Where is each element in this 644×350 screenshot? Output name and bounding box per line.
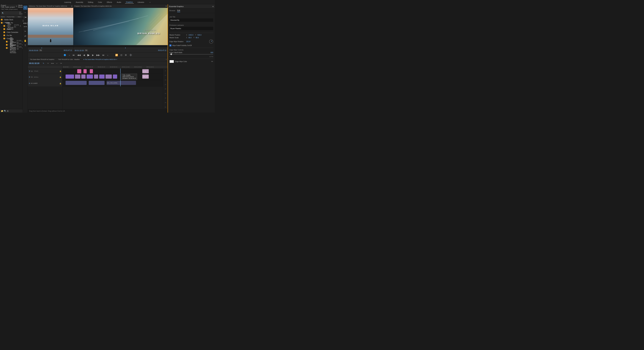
track-eye-bcamer[interactable]: 👁 — [29, 82, 30, 84]
broll-clip-2[interactable] — [75, 74, 80, 78]
track-content-titles[interactable]: 01_Titl... — [62, 68, 168, 74]
nav-assembly[interactable]: Assembly — [75, 1, 84, 4]
broll-clip-6[interactable] — [99, 74, 104, 78]
edit-color-icon[interactable]: ✏ — [211, 60, 213, 63]
razor-tool-button[interactable]: ✂ — [23, 29, 27, 33]
broll-clip-c006[interactable]: C006_C0... — [142, 74, 148, 78]
add-to-timeline-button[interactable]: ➕ — [129, 54, 133, 56]
bcamer-clip-2[interactable] — [89, 81, 104, 85]
eg-edit-tab[interactable]: Edit — [177, 10, 180, 12]
edge-wipe-color-swatch[interactable] — [170, 60, 174, 63]
project-menu-icon[interactable]: ≡ — [16, 5, 17, 7]
broll-clip-3[interactable] — [81, 74, 86, 78]
rolling-tool[interactable]: ✂ — [60, 62, 63, 65]
list-item[interactable]: › For Mix — [0, 34, 23, 37]
rewind-button[interactable]: ◀◀ — [76, 54, 81, 56]
safe-margins-button[interactable]: ⊡ — [120, 54, 123, 56]
job-title-input[interactable] — [170, 18, 213, 22]
nav-more-icon[interactable]: » — [148, 1, 152, 4]
nav-color[interactable]: Color — [97, 1, 103, 4]
rate-stretch-tool-button[interactable]: ⟺ — [23, 24, 27, 28]
clip-3[interactable] — [90, 69, 93, 73]
add-edit-tool[interactable]: + — [46, 62, 50, 65]
selection-tool-button[interactable]: ↖ — [23, 6, 27, 10]
eg-menu-icon[interactable]: ≡ — [212, 6, 214, 8]
timeline-tab-3-menu[interactable]: ≡ — [116, 59, 117, 60]
rotation-dial[interactable] — [209, 40, 213, 44]
settings-button[interactable]: ⚙ — [124, 54, 128, 56]
program-timecode[interactable]: 00:01:32:20 — [75, 50, 84, 52]
program-menu-icon[interactable]: ≡ — [166, 5, 167, 7]
bcamer-clip-3[interactable]: A001_C004_0215N4... — [106, 81, 136, 85]
nav-audio[interactable]: Audio — [116, 1, 122, 4]
timeline-tab-2[interactable]: TSB TRAILER for Color - Meadow — [57, 58, 81, 60]
nav-effects[interactable]: Effects — [106, 1, 113, 4]
nav-learning[interactable]: Learning — [63, 1, 72, 4]
track-eye-icon-broll[interactable]: 👁 — [29, 76, 30, 78]
selection-tool-tl[interactable]: ↖ — [42, 62, 45, 65]
loop-button[interactable]: 🔁 — [114, 54, 118, 56]
eg-browse-tab[interactable]: Browse — [170, 10, 175, 12]
list-item[interactable]: › Adobe Stock — [0, 18, 23, 21]
step-forward-frame-button[interactable]: ▶ — [92, 54, 94, 56]
track-eye-icon[interactable]: 👁 — [29, 70, 30, 72]
play-stop-button[interactable]: ▶ — [87, 53, 90, 57]
slip-tool-button[interactable]: ⇄ — [23, 34, 27, 38]
broll-clip-1[interactable] — [66, 74, 74, 78]
timeline-tab-1[interactable]: The Seam Btwn TRAILER w/ Graphics — [29, 58, 56, 60]
add-marker-button[interactable]: 🔷 — [63, 54, 67, 56]
next-marker-button[interactable]: ⬦ — [106, 54, 109, 56]
bcamer-clip-1[interactable] — [66, 81, 87, 85]
nav-graphics[interactable]: Graphics — [125, 1, 134, 4]
move-tool[interactable]: ↔ — [55, 62, 58, 65]
master-position-y[interactable]: 818.0 — [198, 34, 202, 36]
master-scale-x[interactable]: 80.0 — [188, 37, 192, 38]
list-item[interactable]: ~ The Seam Btwn TRAILER w/ Graphics REVI… — [0, 46, 23, 50]
nav-libraries[interactable]: Libraries — [137, 1, 145, 4]
clip-1[interactable] — [77, 69, 82, 73]
wipe-falloff-checkbox[interactable] — [170, 44, 172, 46]
search-input[interactable] — [4, 12, 18, 14]
track-content-bcamer[interactable]: A001_C004_0215N4... — [62, 80, 168, 86]
timeline-timecode[interactable]: 00:01:32:20 — [28, 62, 40, 64]
text-tool-button[interactable]: T — [23, 44, 27, 48]
firstname-input[interactable] — [170, 27, 213, 30]
hand-tool-button[interactable]: ✋ — [23, 39, 27, 43]
clip-2[interactable] — [84, 69, 87, 73]
track-content-broll[interactable]: C006_C0... TSB_Credits Start: 00:01:30:1… — [62, 74, 168, 80]
master-position-x[interactable]: 1432.0 — [188, 34, 194, 36]
rolling-edit-tool-button[interactable]: |◄►| — [23, 20, 27, 24]
step-back-frame-button[interactable]: ◀ — [82, 54, 86, 56]
list-item[interactable]: ~ aaa_The Seam Btwn TRAILER MASTER 23.97… — [0, 24, 23, 28]
reference-menu-icon[interactable]: ≡ — [71, 5, 72, 7]
project-search-bar[interactable]: 🔍 35 Items — [1, 11, 22, 15]
step-forward-button[interactable]: ⏭ — [102, 54, 105, 56]
edge-falloff-value[interactable]: 600 — [208, 52, 213, 54]
track-select-tool-button[interactable]: ↔ — [23, 10, 27, 14]
track-lock-icon[interactable]: 🔒 — [60, 70, 61, 72]
broll-clip-5[interactable] — [94, 74, 98, 78]
nav-editing[interactable]: Editing — [87, 1, 94, 4]
program-fit-dropdown[interactable]: Fit — [85, 49, 88, 52]
broll-clip-4[interactable] — [87, 74, 93, 78]
clip-title-01[interactable]: 01_Titl... — [142, 69, 148, 73]
slip-edit-tool[interactable]: ⟺ — [51, 62, 54, 65]
broll-clip-7[interactable] — [106, 74, 112, 78]
edge-falloff-slider-thumb[interactable] — [170, 54, 172, 55]
broll-clip-8[interactable] — [113, 74, 117, 78]
add-panel-button[interactable]: + — [166, 58, 167, 60]
track-lock-broll[interactable]: 🔒 — [60, 76, 61, 78]
prev-marker-button[interactable]: ⬦ — [68, 54, 70, 56]
fast-forward-button[interactable]: ▶▶ — [96, 54, 100, 56]
reference-timecode[interactable]: 00:00:35:00 — [29, 50, 38, 52]
ripple-edit-tool-button[interactable]: |◄ — [23, 15, 27, 19]
track-lock-bcamer[interactable]: 🔒 — [60, 82, 61, 84]
list-item[interactable]: › Color Correction — [0, 31, 23, 34]
fit-dropdown[interactable]: Fit — [39, 49, 42, 52]
footer-icons[interactable]: 📁 🔍 🗑 — [1, 110, 9, 112]
edge-falloff-slider-track[interactable] — [170, 54, 213, 54]
master-scale-y[interactable]: 80.0 — [196, 37, 199, 38]
timeline-tab-3[interactable]: ● The Seam Btwn TRAILER w/ Graphics WEDS… — [82, 58, 118, 60]
edge-wipe-rotation-value[interactable]: 232.8° — [186, 41, 191, 42]
step-back-button[interactable]: ⏮ — [72, 54, 75, 56]
